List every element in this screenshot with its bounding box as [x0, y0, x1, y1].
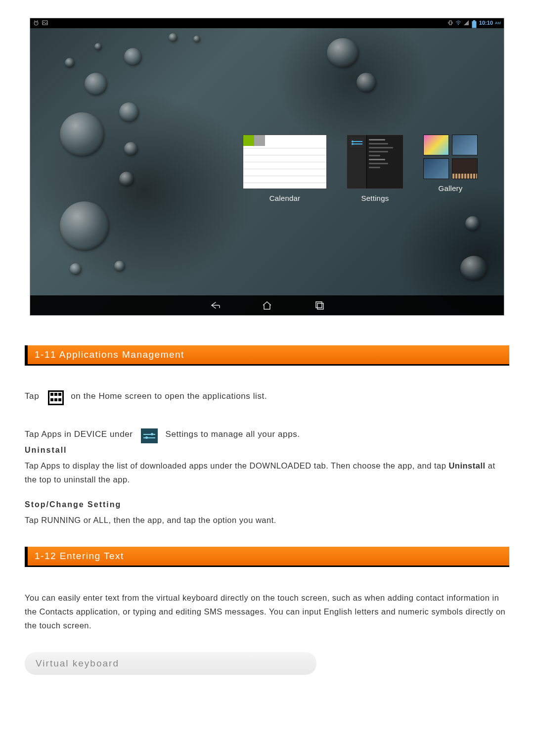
- recent-apps-icon[interactable]: [313, 299, 326, 312]
- section-1-11-header: 1-11 Applications Management: [25, 345, 509, 366]
- svg-line-3: [37, 21, 38, 22]
- virtual-keyboard-pill: Virtual keyboard: [25, 652, 316, 675]
- uninstall-paragraph: Tap Apps to display the list of download…: [25, 459, 509, 486]
- alarm-icon: [33, 20, 39, 26]
- svg-rect-13: [317, 303, 323, 309]
- uninstall-strong: Uninstall: [448, 461, 485, 470]
- android-status-bar: 10:10 AM: [30, 18, 504, 28]
- status-time: 10:10: [479, 20, 493, 26]
- calendar-widget-preview: [243, 135, 327, 189]
- android-nav-bar: [30, 295, 504, 315]
- virtual-keyboard-label: Virtual keyboard: [36, 658, 119, 668]
- svg-rect-11: [473, 20, 476, 22]
- settings-widget-label: Settings: [361, 194, 389, 202]
- home-icon[interactable]: [261, 299, 273, 312]
- stop-change-paragraph: Tap RUNNING or ALL, then the app, and ta…: [25, 513, 509, 527]
- text-line2b: Settings to manage all your apps.: [166, 427, 300, 442]
- wifi-icon: [455, 20, 461, 26]
- calendar-widget[interactable]: Calendar: [243, 135, 327, 202]
- section-1-11-line1: Tap on the Home screen to open the appli…: [25, 389, 509, 404]
- vibrate-icon: [447, 20, 453, 26]
- section-1-11-line2: Tap Apps in DEVICE under Settings to man…: [25, 427, 509, 442]
- svg-rect-10: [472, 21, 476, 28]
- text-tap: Tap: [25, 389, 39, 404]
- uninstall-subhead: Uninstall: [25, 446, 509, 455]
- settings-widget-preview: [347, 135, 403, 189]
- battery-icon: [471, 20, 477, 26]
- svg-rect-5: [449, 21, 451, 25]
- apps-grid-icon: [48, 390, 64, 405]
- tablet-screenshot: 10:10 AM Calendar: [30, 18, 504, 316]
- svg-point-8: [458, 24, 459, 25]
- picture-icon: [42, 20, 48, 26]
- back-icon[interactable]: [208, 299, 221, 312]
- settings-widget[interactable]: Settings: [347, 135, 403, 202]
- uninstall-text-a: Tap Apps to display the list of download…: [25, 461, 448, 470]
- signal-icon: [463, 20, 469, 26]
- status-ampm: AM: [495, 21, 501, 25]
- svg-line-2: [34, 21, 35, 22]
- gallery-widget-preview: [423, 135, 478, 179]
- section-1-12-title: 1-12 Entering Text: [35, 551, 124, 561]
- svg-rect-12: [316, 302, 322, 308]
- text-line2a: Tap Apps in DEVICE under: [25, 427, 133, 442]
- gallery-widget[interactable]: Gallery: [423, 135, 478, 192]
- section-1-11-title: 1-11 Applications Management: [35, 349, 184, 360]
- section-1-12-body: You can easily enter text from the virtu…: [25, 591, 509, 632]
- svg-marker-9: [464, 20, 469, 25]
- settings-sliders-icon: [141, 428, 158, 443]
- gallery-widget-label: Gallery: [439, 184, 463, 192]
- text-line1b: on the Home screen to open the applicati…: [71, 389, 267, 404]
- stop-change-subhead: Stop/Change Setting: [25, 500, 509, 509]
- section-1-12-header: 1-12 Entering Text: [25, 547, 509, 567]
- calendar-widget-label: Calendar: [269, 194, 300, 202]
